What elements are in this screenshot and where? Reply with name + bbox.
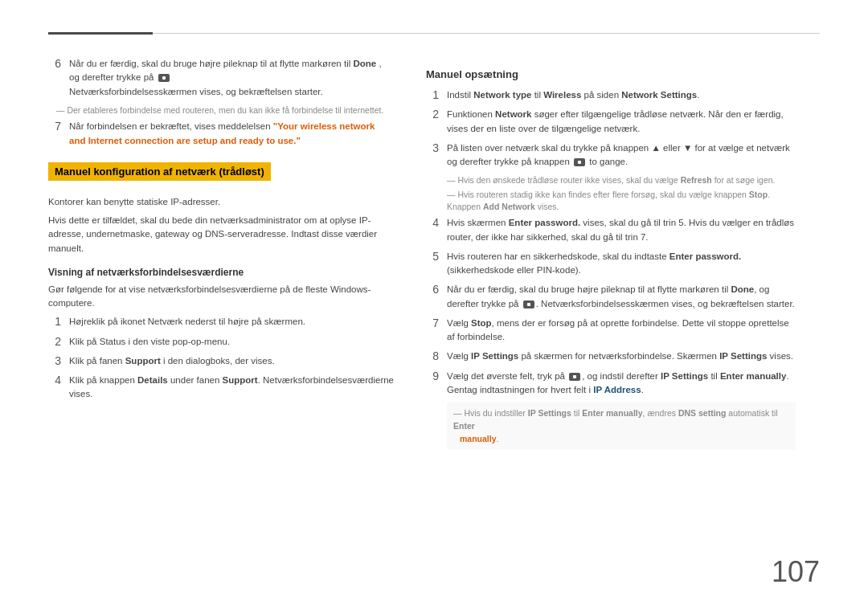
left-column: 6 Når du er færdig, skal du bruge højre …	[48, 57, 394, 450]
right-item-9-num: 9	[426, 370, 439, 382]
right-note-9-text: — Hvis du indstiller IP Settings til Ent…	[447, 403, 796, 450]
right-item-2: 2 Funktionen Network søger efter tilgæng…	[426, 108, 796, 136]
right-item-5: 5 Hvis routeren har en sikkerhedskode, s…	[426, 250, 796, 278]
content-columns: 6 Når du er færdig, skal du bruge højre …	[48, 57, 820, 450]
subsection-intro: Gør følgende for at vise netværksforbind…	[48, 283, 394, 311]
left-item-3-content: Klik på fanen Support i den dialogboks, …	[69, 354, 394, 368]
enter-icon-6	[523, 300, 534, 309]
right-item-1-num: 1	[426, 88, 439, 101]
right-item-5-content: Hvis routeren har en sikkerhedskode, ska…	[447, 250, 796, 278]
right-item-3: 3 På listen over netværk skal du trykke …	[426, 141, 796, 170]
step-6-num: 6	[48, 57, 61, 70]
left-item-1-content: Højreklik på ikonet Netværk nederst til …	[69, 315, 394, 329]
enter-icon-9	[569, 373, 580, 381]
step-6-text: Når du er færdig, skal du bruge højre pi…	[69, 59, 350, 68]
top-line-light	[153, 33, 820, 34]
right-item-3-content: På listen over netværk skal du trykke på…	[447, 141, 796, 170]
right-item-2-content: Funktionen Network søger efter tilgængel…	[447, 108, 796, 136]
left-item-4-content: Klik på knappen Details under fanen Supp…	[69, 374, 394, 402]
enter-icon-3	[574, 158, 585, 166]
page: 6 Når du er færdig, skal du bruge højre …	[0, 0, 868, 613]
left-item-3: 3 Klik på fanen Support i den dialogboks…	[48, 354, 394, 368]
left-item-2-content: Klik på Status i den viste pop-op-menu.	[69, 335, 394, 349]
step-7-content: Når forbindelsen er bekræftet, vises med…	[69, 120, 394, 148]
right-item-8-num: 8	[426, 349, 439, 362]
step-6-content: Når du er færdig, skal du bruge højre pi…	[69, 57, 394, 99]
right-item-4-num: 4	[426, 216, 439, 229]
right-column: Manuel opsætning 1 Indstil Network type …	[426, 57, 796, 450]
right-item-4: 4 Hvis skærmen Enter password. vises, sk…	[426, 216, 796, 244]
step-7-left: 7 Når forbindelsen er bekræftet, vises m…	[48, 120, 394, 148]
right-item-9-content: Vælg det øverste felt, tryk på , og inds…	[447, 370, 796, 398]
right-item-8: 8 Vælg IP Settings på skærmen for netvær…	[426, 349, 796, 363]
right-note-9: — Hvis du indstiller IP Settings til Ent…	[447, 403, 796, 450]
left-item-2: 2 Klik på Status i den viste pop-op-menu…	[48, 335, 394, 349]
subsection-heading-right: Manuel opsætning	[426, 68, 796, 80]
right-note-3a-text: — Hvis den ønskede trådløse router ikke …	[447, 174, 796, 186]
right-item-9: 9 Vælg det øverste felt, tryk på , og in…	[426, 370, 796, 398]
right-item-6-content: Når du er færdig, skal du bruge højre pi…	[447, 283, 796, 311]
right-item-6: 6 Når du er færdig, skal du bruge højre …	[426, 283, 796, 311]
step-6-sub: Netværksforbindelsesskærmen vises, og be…	[69, 87, 323, 96]
top-decorative-lines	[48, 32, 820, 35]
top-line-dark	[48, 32, 153, 35]
step-6-note: Der etableres forbindelse med routeren, …	[56, 104, 394, 116]
section-heading: Manuel konfiguration af netværk (trådløs…	[48, 162, 271, 181]
page-number: 107	[772, 555, 820, 589]
left-item-3-num: 3	[48, 354, 61, 367]
right-item-2-num: 2	[426, 108, 439, 121]
right-item-7-num: 7	[426, 317, 439, 329]
left-item-2-num: 2	[48, 335, 61, 348]
enter-icon	[158, 74, 170, 82]
left-item-4-num: 4	[48, 374, 61, 386]
right-item-7-content: Vælg Stop, mens der er forsøg på at opre…	[447, 317, 796, 345]
subsection-heading-left: Visning af netværksforbindelsesværdierne	[48, 267, 394, 278]
right-item-6-num: 6	[426, 283, 439, 296]
step-7-text: Når forbindelsen er bekræftet, vises med…	[69, 121, 273, 131]
right-item-3-num: 3	[426, 141, 439, 154]
right-item-5-num: 5	[426, 250, 439, 263]
left-item-4: 4 Klik på knappen Details under fanen Su…	[48, 374, 394, 402]
right-item-1-content: Indstil Network type til Wireless på sid…	[447, 88, 796, 102]
step-6-left: 6 Når du er færdig, skal du bruge højre …	[48, 57, 394, 99]
right-item-8-content: Vælg IP Settings på skærmen for netværks…	[447, 349, 796, 363]
section-note1: Kontorer kan benytte statiske IP-adresse…	[48, 195, 394, 209]
step-6-bold: Done	[353, 59, 376, 68]
right-item-4-content: Hvis skærmen Enter password. vises, skal…	[447, 216, 796, 244]
left-item-1-num: 1	[48, 315, 61, 328]
right-item-7: 7 Vælg Stop, mens der er forsøg på at op…	[426, 317, 796, 345]
section-note2: Hvis dette er tilfældet, skal du bede di…	[48, 214, 394, 255]
step-7-num: 7	[48, 120, 61, 133]
right-item-1: 1 Indstil Network type til Wireless på s…	[426, 88, 796, 102]
left-item-1: 1 Højreklik på ikonet Netværk nederst ti…	[48, 315, 394, 329]
right-note-3b-text: — Hvis routeren stadig ikke kan findes e…	[447, 189, 796, 212]
right-note-3a: — Hvis den ønskede trådløse router ikke …	[447, 174, 796, 212]
